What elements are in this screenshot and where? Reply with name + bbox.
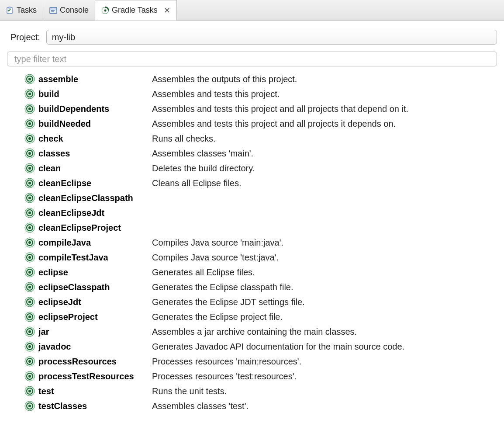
task-row[interactable]: eclipseProjectGenerates the Eclipse proj…: [0, 309, 504, 324]
gradle-task-icon: [24, 252, 35, 263]
task-row[interactable]: compileJavaCompiles Java source 'main:ja…: [0, 235, 504, 250]
project-dropdown[interactable]: my-lib: [46, 30, 497, 45]
task-row[interactable]: cleanEclipseClasspath: [0, 191, 504, 205]
gradle-task-icon: [24, 133, 35, 144]
task-row[interactable]: javadocGenerates Javadoc API documentati…: [0, 339, 504, 354]
task-row[interactable]: processResourcesProcesses resources 'mai…: [0, 354, 504, 369]
gradle-task-icon: [24, 386, 35, 396]
task-name: buildDependents: [38, 103, 152, 115]
task-name: test: [38, 385, 152, 397]
task-name: build: [38, 88, 152, 100]
task-name: eclipseClasspath: [38, 281, 152, 293]
gradle-task-icon: [24, 312, 35, 322]
gradle-task-icon: [24, 89, 35, 99]
task-name: javadoc: [38, 340, 152, 353]
task-row[interactable]: classesAssembles classes 'main'.: [0, 146, 504, 161]
task-name: jar: [38, 326, 152, 338]
close-icon[interactable]: ✕: [164, 6, 170, 15]
task-name: clean: [38, 162, 152, 174]
task-description: Processes resources 'main:resources'.: [152, 355, 301, 368]
gradle-task-icon: [24, 193, 35, 203]
tab-label: Gradle Tasks: [112, 6, 158, 15]
task-name: processTestResources: [38, 370, 152, 382]
tab-label: Tasks: [17, 6, 37, 15]
task-row[interactable]: eclipseGenerates all Eclipse files.: [0, 265, 504, 280]
task-description: Processes resources 'test:resources'.: [152, 370, 297, 382]
task-description: Generates the Eclipse JDT settings file.: [152, 296, 305, 308]
gradle-task-icon: [24, 178, 35, 188]
task-row[interactable]: processTestResourcesProcesses resources …: [0, 369, 504, 384]
task-description: Compiles Java source 'test:java'.: [152, 251, 279, 264]
tab-console[interactable]: Console: [43, 0, 95, 21]
tasks-icon: [6, 7, 14, 14]
task-name: eclipseProject: [38, 311, 152, 323]
task-description: Generates the Eclipse project file.: [152, 311, 283, 323]
gradle-task-icon: [24, 104, 35, 114]
task-description: Assembles and tests this project and all…: [152, 118, 396, 130]
task-row[interactable]: cleanEclipseJdt: [0, 205, 504, 220]
gradle-task-icon: [24, 341, 35, 352]
view-tabbar: TasksConsoleGradle Tasks✕: [0, 0, 504, 21]
project-selected-value: my-lib: [52, 32, 75, 42]
task-name: assemble: [38, 73, 152, 85]
task-row[interactable]: cleanEclipseCleans all Eclipse files.: [0, 176, 504, 191]
task-name: cleanEclipseClasspath: [38, 192, 152, 204]
task-name: eclipse: [38, 266, 152, 278]
task-row[interactable]: eclipseClasspathGenerates the Eclipse cl…: [0, 280, 504, 295]
task-row[interactable]: cleanDeletes the build directory.: [0, 161, 504, 176]
task-description: Compiles Java source 'main:java'.: [152, 236, 283, 249]
task-description: Runs all checks.: [152, 132, 216, 145]
task-row[interactable]: checkRuns all checks.: [0, 131, 504, 146]
task-description: Generates Javadoc API documentation for …: [152, 340, 404, 353]
task-row[interactable]: jarAssembles a jar archive containing th…: [0, 324, 504, 339]
task-name: buildNeeded: [38, 118, 152, 130]
task-row[interactable]: assembleAssembles the outputs of this pr…: [0, 72, 504, 87]
task-name: cleanEclipse: [38, 177, 152, 189]
task-description: Assembles a jar archive containing the m…: [152, 326, 357, 338]
filter-row: [0, 49, 504, 70]
gradle-task-icon: [24, 118, 35, 129]
gradle-task-icon: [24, 222, 35, 233]
task-row[interactable]: eclipseJdtGenerates the Eclipse JDT sett…: [0, 295, 504, 309]
task-row[interactable]: buildAssembles and tests this project.: [0, 87, 504, 101]
task-row[interactable]: testClassesAssembles classes 'test'.: [0, 399, 504, 413]
filter-input[interactable]: [7, 52, 497, 66]
task-name: classes: [38, 147, 152, 160]
tab-tasks[interactable]: Tasks: [0, 0, 43, 21]
gradle-task-icon: [24, 297, 35, 307]
task-name: check: [38, 132, 152, 145]
task-description: Generates the Eclipse classpath file.: [152, 281, 293, 293]
task-name: processResources: [38, 355, 152, 368]
task-row[interactable]: cleanEclipseProject: [0, 220, 504, 235]
task-row[interactable]: buildDependentsAssembles and tests this …: [0, 101, 504, 116]
task-name: eclipseJdt: [38, 296, 152, 308]
gradle-task-icon: [24, 371, 35, 382]
task-description: Assembles classes 'test'.: [152, 400, 249, 412]
gradle-task-icon: [24, 237, 35, 248]
gradle-task-icon: [24, 282, 35, 292]
task-row[interactable]: buildNeededAssembles and tests this proj…: [0, 116, 504, 131]
task-name: cleanEclipseProject: [38, 222, 152, 234]
project-label: Project:: [10, 32, 40, 42]
gradle-task-icon: [24, 401, 35, 411]
task-description: Deletes the build directory.: [152, 162, 255, 174]
gradle-task-icon: [24, 74, 35, 84]
task-description: Assembles and tests this project and all…: [152, 103, 408, 115]
task-list: assembleAssembles the outputs of this pr…: [0, 70, 504, 422]
tab-gradle-tasks[interactable]: Gradle Tasks✕: [95, 0, 177, 21]
task-name: compileJava: [38, 236, 152, 249]
console-icon: [49, 7, 57, 14]
gradle-task-icon: [24, 208, 35, 218]
gradle-task-icon: [24, 326, 35, 337]
task-description: Assembles classes 'main'.: [152, 147, 253, 160]
task-name: cleanEclipseJdt: [38, 207, 152, 219]
task-name: testClasses: [38, 400, 152, 412]
task-row[interactable]: testRuns the unit tests.: [0, 384, 504, 399]
task-description: Generates all Eclipse files.: [152, 266, 255, 278]
gradle-task-icon: [24, 163, 35, 173]
task-description: Runs the unit tests.: [152, 385, 227, 397]
task-row[interactable]: compileTestJavaCompiles Java source 'tes…: [0, 250, 504, 265]
task-name: compileTestJava: [38, 251, 152, 264]
gradle-task-icon: [24, 267, 35, 277]
task-description: Cleans all Eclipse files.: [152, 177, 242, 189]
